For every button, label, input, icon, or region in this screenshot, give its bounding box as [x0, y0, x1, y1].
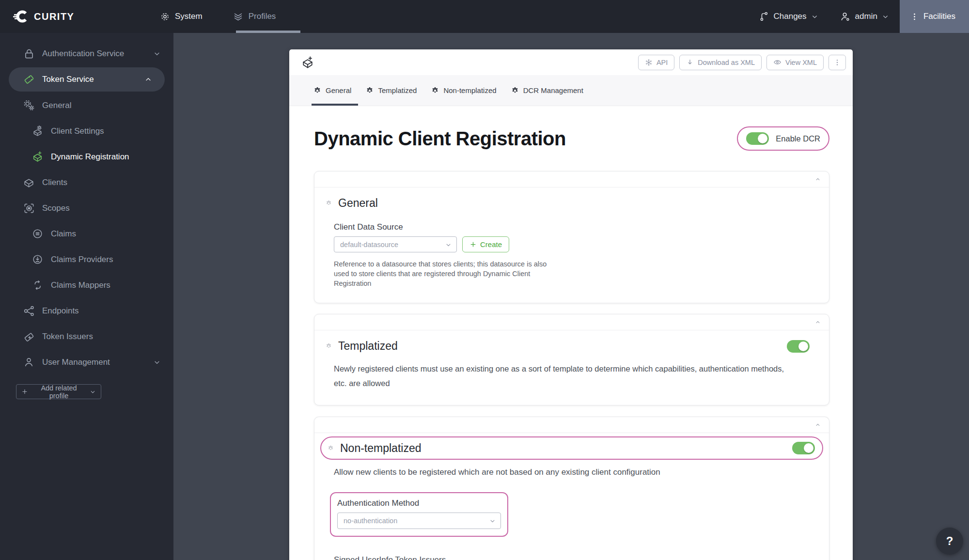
- chevron-down-icon: [489, 517, 496, 525]
- add-related-profile-button[interactable]: Add related profile: [16, 384, 101, 399]
- card-actions: API Download as XML View XML: [638, 55, 846, 70]
- client-data-source-value: default-datasource: [340, 241, 398, 249]
- sidebar-item-authentication-service[interactable]: Authentication Service: [0, 41, 173, 66]
- api-button-label: API: [656, 59, 668, 66]
- templatized-toggle[interactable]: [787, 340, 810, 353]
- sidebar-item-claims-providers[interactable]: Claims Providers: [0, 247, 173, 272]
- card-header: API Download as XML View XML: [289, 49, 853, 75]
- sidebar: Authentication Service Token Service Gen…: [0, 33, 173, 560]
- claims-download-icon: [31, 253, 44, 265]
- chevron-down-icon: [445, 241, 452, 249]
- nav-tab-system[interactable]: System: [160, 0, 203, 33]
- api-hub-icon: [645, 59, 653, 66]
- tab-non-templatized[interactable]: Non-templatized: [431, 86, 496, 94]
- plus-icon: [469, 241, 477, 248]
- section-non-templatized: Non-templatized Allow new clients to be …: [314, 417, 829, 560]
- sidebar-item-dynamic-registration[interactable]: Dynamic Registration: [0, 144, 173, 170]
- download-xml-button[interactable]: Download as XML: [679, 55, 762, 70]
- active-tab-indicator: [312, 104, 358, 106]
- tab-label: General: [326, 86, 351, 94]
- facilities-label: Facilities: [923, 12, 955, 21]
- top-bar-right: Changes admin Facilities: [748, 0, 969, 33]
- non-templatized-heading-row: Non-templatized: [320, 436, 823, 460]
- templatized-description: Newly registered clients must use an exi…: [334, 361, 794, 390]
- sidebar-item-token-issuers[interactable]: Token Issuers: [0, 324, 173, 349]
- tab-general[interactable]: General: [313, 86, 351, 94]
- active-nav-indicator: [236, 31, 300, 33]
- section-general: General Client Data Source default-datas…: [314, 171, 829, 303]
- sidebar-item-claims-mappers[interactable]: Claims Mappers: [0, 272, 173, 298]
- client-data-source-select[interactable]: default-datasource: [334, 236, 457, 252]
- collapse-chevron-icon[interactable]: [814, 319, 821, 326]
- user-menu[interactable]: admin: [829, 0, 900, 33]
- sidebar-item-claims[interactable]: Claims: [0, 221, 173, 247]
- tab-dcr-management[interactable]: DCR Management: [511, 86, 583, 94]
- dcr-box-plus-icon: [301, 56, 314, 69]
- enable-dcr-label: Enable DCR: [776, 134, 820, 143]
- sidebar-item-endpoints[interactable]: Endpoints: [0, 298, 173, 324]
- facilities-button[interactable]: Facilities: [900, 0, 969, 33]
- gear-icon: [326, 343, 332, 349]
- section-templatized-top: [314, 314, 829, 330]
- nav-tab-label: System: [175, 12, 203, 21]
- client-data-source-label: Client Data Source: [334, 222, 810, 232]
- collapse-chevron-icon[interactable]: [814, 421, 821, 428]
- non-templatized-description: Allow new clients to be registered which…: [334, 467, 829, 477]
- authentication-method-label: Authentication Method: [337, 498, 501, 508]
- chevron-down-icon: [90, 389, 96, 395]
- section-templatized: Templatized Newly registered clients mus…: [314, 314, 829, 405]
- chevron-down-icon: [153, 358, 161, 366]
- chevron-down-icon: [882, 13, 889, 20]
- sidebar-item-label: User Management: [42, 358, 110, 367]
- brand-name: CURITY: [34, 11, 74, 22]
- sidebar-item-user-management[interactable]: User Management: [0, 349, 173, 375]
- changes-menu[interactable]: Changes: [748, 0, 829, 33]
- card-body: Dynamic Client Registration Enable DCR: [289, 126, 853, 560]
- sidebar-item-clients[interactable]: Clients: [0, 170, 173, 195]
- sidebar-item-label: General: [42, 101, 71, 110]
- create-datasource-button[interactable]: Create: [462, 236, 509, 252]
- page-title: Dynamic Client Registration: [314, 127, 566, 150]
- box-gear-icon: [31, 125, 44, 137]
- gear-icon: [511, 87, 519, 94]
- section-general-heading: General: [326, 197, 810, 210]
- sidebar-item-client-settings[interactable]: Client Settings: [0, 118, 173, 144]
- gear-icon: [366, 87, 374, 94]
- box-icon: [22, 176, 35, 188]
- gear-icon: [160, 12, 170, 22]
- share-network-icon: [22, 305, 35, 317]
- enable-dcr-control[interactable]: Enable DCR: [737, 126, 829, 151]
- sidebar-item-token-service[interactable]: Token Service: [9, 67, 165, 92]
- tab-templatized[interactable]: Templatized: [366, 86, 417, 94]
- top-bar: CURITY System Profiles Changes: [0, 0, 969, 33]
- download-xml-label: Download as XML: [698, 59, 755, 66]
- help-button[interactable]: ?: [936, 528, 963, 555]
- authentication-method-select[interactable]: no-authentication: [337, 513, 501, 529]
- curity-logo-icon: [13, 8, 29, 25]
- enable-dcr-toggle[interactable]: [746, 132, 769, 145]
- more-actions-button[interactable]: [828, 55, 846, 70]
- collapse-chevron-icon[interactable]: [814, 176, 821, 183]
- sidebar-item-general[interactable]: General: [0, 93, 173, 118]
- sidebar-item-label: Endpoints: [42, 306, 79, 316]
- view-xml-label: View XML: [785, 59, 817, 66]
- claims-icon: [31, 228, 44, 240]
- scope-icon: [22, 202, 35, 215]
- sidebar-item-label: Dynamic Registration: [51, 152, 129, 162]
- tab-label: DCR Management: [523, 86, 583, 94]
- changes-label: Changes: [774, 12, 807, 21]
- tab-label: Non-templatized: [443, 86, 496, 94]
- non-templatized-toggle[interactable]: [792, 442, 815, 454]
- view-xml-button[interactable]: View XML: [766, 55, 824, 70]
- sidebar-item-scopes[interactable]: Scopes: [0, 195, 173, 221]
- api-button[interactable]: API: [638, 55, 674, 70]
- section-heading-label: Non-templatized: [340, 442, 421, 455]
- sidebar-item-label: Scopes: [42, 203, 70, 213]
- chevron-down-icon: [811, 13, 818, 20]
- claims-mappers-icon: [31, 279, 44, 291]
- title-row: Dynamic Client Registration Enable DCR: [314, 126, 829, 151]
- nav-tab-profiles[interactable]: Profiles: [233, 0, 276, 33]
- sidebar-item-label: Token Service: [42, 75, 94, 84]
- nav-tab-label: Profiles: [249, 12, 276, 21]
- authentication-method-value: no-authentication: [344, 517, 397, 525]
